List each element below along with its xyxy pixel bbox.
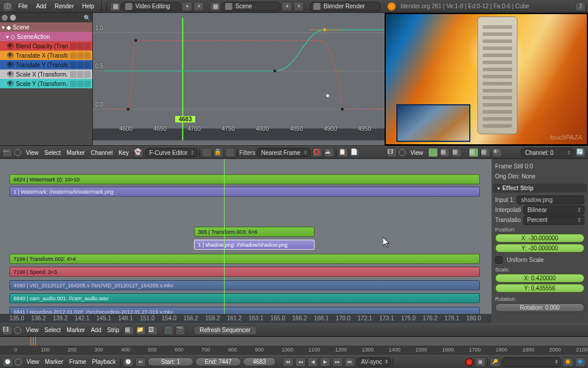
graph-menu-marker[interactable]: Marker — [64, 148, 88, 157]
preview-channel-selector[interactable]: Channel: 0 — [521, 148, 574, 157]
preview-refresh-icon[interactable]: 🔄 — [576, 148, 586, 157]
use-preview-range-icon[interactable]: 🕐 — [123, 357, 133, 367]
seq-menu-view[interactable]: View — [23, 326, 42, 334]
copy-icon[interactable]: 📋 — [338, 148, 348, 157]
scale-x-field[interactable]: X: 0.420000 — [495, 274, 584, 283]
selected-icon[interactable] — [225, 148, 235, 157]
timeline[interactable]: 0100200300400500600700800900100011001200… — [0, 336, 588, 355]
keyframe-insert-icon[interactable]: 🔶 — [563, 357, 573, 367]
editor-type-seq-icon[interactable]: 🎞 — [2, 326, 12, 335]
position-x-field[interactable]: X: -30.000000 — [495, 234, 584, 243]
menu-file[interactable]: File — [14, 2, 32, 11]
translation-unit-dropdown[interactable]: Percent — [523, 216, 584, 225]
sequence-strip[interactable]: 1 | shadow.png: //shadow/shadow.png — [194, 240, 315, 250]
end-frame-field[interactable]: End: 7447 — [195, 357, 241, 366]
seq-menu-select[interactable]: Select — [42, 326, 64, 334]
fcurve-channel[interactable]: 👁Translate Y (Transform.003 — [0, 60, 92, 69]
refresh-sequencer-button[interactable]: Refresh Sequencer — [193, 326, 257, 335]
sequence-strip[interactable]: 6840 | cam_audio.001: //cam_audio.wav — [9, 293, 480, 303]
search-icon[interactable]: 🔍 — [83, 15, 91, 21]
play-reverse-icon[interactable]: ◀ — [308, 357, 318, 367]
seq-menu-marker[interactable]: Marker — [64, 326, 88, 334]
graph-menu-key[interactable]: Key — [116, 148, 132, 157]
tl-menu-view[interactable]: View — [24, 357, 42, 366]
timeline-footer: 🕐 ViewMarkerFramePlayback 🕐 ⏯ Start: 1 E… — [0, 355, 588, 368]
paste-icon[interactable]: 📄 — [350, 148, 360, 157]
screen-layout-dropdown[interactable]: Video Editing — [122, 2, 181, 11]
sequencer-preview: touchPAZA — [385, 13, 588, 145]
sequence-strip[interactable]: 6824 | Watermark (t): 10>10 — [9, 174, 480, 184]
seq-menu-strip[interactable]: Strip — [104, 326, 122, 334]
fcurve-channel[interactable]: 👁Scale X (Transform.003) — [0, 69, 92, 79]
keying-set-dropdown[interactable] — [502, 357, 561, 367]
normalize-icon[interactable] — [202, 148, 212, 157]
scene-row[interactable]: ▾ ◆Scene — [0, 22, 92, 32]
graph-menu-view[interactable]: View — [23, 148, 42, 157]
tl-menu-frame[interactable]: Frame — [66, 357, 89, 366]
sequence-strip[interactable]: 4580 | VID_20120127_164205.v //src/VID_2… — [9, 280, 480, 290]
editor-type-timeline-icon[interactable]: 🕐 — [2, 357, 13, 367]
scene-browse-icon[interactable]: ▦ — [210, 2, 220, 11]
scene-del-icon[interactable]: × — [293, 2, 304, 11]
menu-help[interactable]: Help — [78, 2, 99, 11]
back-to-previous-icon[interactable]: ⤴ — [575, 2, 586, 11]
preview-view-menu[interactable]: View — [407, 148, 426, 157]
sequence-strip[interactable]: 1 | Watermark: //watermark/watermark.png — [9, 187, 480, 197]
jump-last-icon[interactable]: ⏭ — [345, 357, 355, 367]
rotation-field[interactable]: Rotation: 0.000 — [495, 303, 584, 312]
position-y-field[interactable]: Y: -30.000000 — [495, 244, 584, 253]
scene-dropdown[interactable]: Scene — [222, 2, 280, 11]
editor-type-icon-2[interactable]: 🎞 — [387, 148, 397, 157]
info-editor-icon[interactable]: ⓘ — [2, 2, 13, 11]
graph-menu-channel[interactable]: Channel — [88, 148, 115, 157]
consistent-view-icon[interactable] — [14, 149, 21, 156]
input1-field[interactable]: shadow.png — [517, 195, 584, 204]
ghost-icon[interactable]: 👻 — [133, 148, 143, 157]
sequence-strip[interactable]: 365 | Transform.003: 6>6 — [194, 227, 315, 237]
svg-point-5 — [126, 108, 129, 111]
graph-editor[interactable]: 1.0 0.5 0.0 4600465047004750480048504900… — [93, 13, 385, 145]
sequence-strip[interactable]: 7199 | Speed: 3>3 — [9, 267, 480, 277]
menu-render[interactable]: Render — [51, 2, 78, 11]
jump-first-icon[interactable]: ⏮ — [283, 357, 293, 367]
keying-set-icon[interactable]: 🔑 — [490, 357, 500, 367]
fcurve-channel[interactable]: 👁Translate X (Transform.003 — [0, 51, 92, 60]
seq-menu-add[interactable]: Add — [88, 326, 104, 334]
proportional-icon[interactable]: ⭕ — [312, 148, 322, 157]
scene-add-icon[interactable]: + — [282, 2, 292, 11]
sequence-strip[interactable]: 7199 | Transform.002: 4>4 — [9, 254, 480, 264]
preview-image-icon[interactable] — [428, 148, 438, 157]
menu-add[interactable]: Add — [32, 2, 51, 11]
seq-humanread-icon[interactable]: ▦ — [124, 326, 134, 335]
start-frame-field[interactable]: Start: 1 — [148, 357, 193, 366]
tl-menu-marker[interactable]: Marker — [42, 357, 66, 366]
render-engine-dropdown[interactable]: Blender Render — [310, 2, 380, 11]
keyframe-delete-icon[interactable]: 🔷 — [575, 357, 586, 367]
falloff-icon[interactable]: ⛰ — [324, 148, 334, 157]
fcurve-channel[interactable]: 👁Scale Y (Transform.003) — [0, 79, 92, 88]
scale-y-field[interactable]: Y: 0.435556 — [495, 284, 584, 293]
interpolation-dropdown[interactable]: Bilinear — [523, 205, 584, 215]
effect-strip-panel-header[interactable]: Effect Strip — [493, 184, 587, 193]
tl-menu-playback[interactable]: Playback — [89, 357, 119, 366]
uniform-scale-checkbox[interactable] — [495, 256, 503, 264]
keyframe-next-icon[interactable]: ▸▸ — [332, 357, 343, 367]
play-icon[interactable]: ▶ — [320, 357, 330, 367]
auto-keyframe-record-icon[interactable] — [465, 358, 473, 366]
video-sequencer[interactable]: 6824 | Watermark (t): 10>101 | Watermark… — [0, 159, 492, 323]
screen-add-icon[interactable]: + — [182, 2, 192, 11]
screen-browse-icon[interactable]: ▦ — [110, 2, 121, 11]
svg-rect-3 — [93, 128, 385, 140]
editor-type-icon[interactable]: 〰 — [2, 148, 12, 157]
sync-mode-dropdown[interactable]: AV-sync — [357, 357, 391, 367]
keyframe-prev-icon[interactable]: ◂◂ — [295, 357, 306, 367]
current-frame-field[interactable]: 4683 — [243, 357, 276, 366]
snap-dropdown[interactable]: Nearest Frame — [257, 148, 310, 157]
screen-del-icon[interactable]: × — [193, 2, 204, 11]
mode-dropdown[interactable]: F-Curve Editor — [145, 148, 198, 157]
seq-playhead[interactable]: 02:36+03 — [224, 159, 225, 323]
action-row[interactable]: ▾ ◇SceneAction — [0, 32, 92, 41]
graph-menu-select[interactable]: Select — [42, 148, 64, 157]
fcurve-channel[interactable]: 👁Blend Opacity (Transform.0 — [0, 41, 92, 51]
auto-icon[interactable]: 🔒 — [213, 148, 223, 157]
